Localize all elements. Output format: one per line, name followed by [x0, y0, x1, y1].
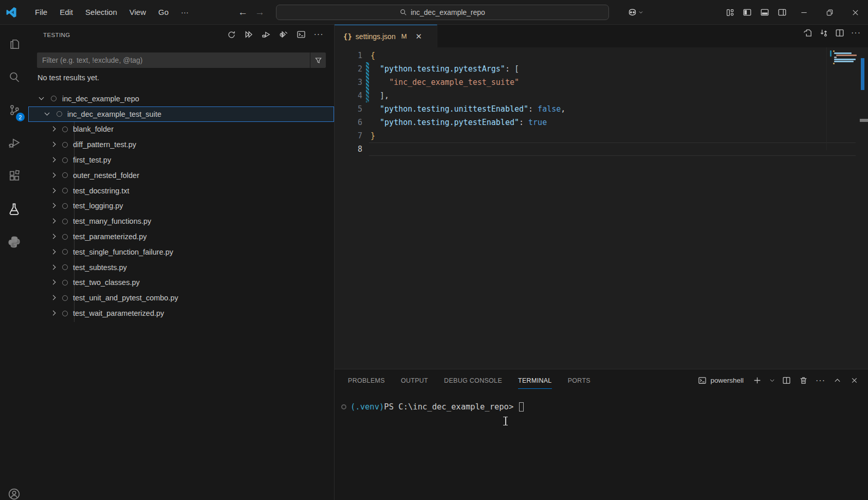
panel-tab-ports[interactable]: PORTS — [568, 369, 590, 391]
test-tree-item[interactable]: test_wait_parameterized.py — [28, 306, 334, 321]
toggle-secondary-sidebar-button[interactable] — [773, 5, 791, 20]
more-actions-button[interactable]: ··· — [312, 28, 325, 41]
copilot-menu[interactable] — [627, 7, 644, 18]
code-line[interactable]: "python.testing.pytestArgs": [ — [371, 62, 565, 76]
code-editor[interactable]: 12345678 { "python.testing.pytestArgs": … — [335, 47, 868, 369]
customize-layout-button[interactable] — [721, 5, 738, 20]
testing-icon[interactable] — [0, 197, 28, 221]
terminal-area[interactable]: (.venv) PS C:\inc_dec_example_repo> — [335, 391, 868, 500]
panel-more-actions-button[interactable]: ··· — [814, 374, 827, 387]
kill-terminal-button[interactable] — [797, 374, 810, 387]
code-line[interactable] — [371, 142, 565, 156]
chevron-right-icon[interactable] — [49, 217, 57, 225]
menu-go[interactable]: Go — [153, 6, 174, 19]
code-line[interactable]: ], — [371, 89, 565, 102]
test-tree-item[interactable]: blank_folder — [28, 122, 334, 137]
restore-button[interactable] — [817, 1, 842, 25]
panel-tab-problems[interactable]: PROBLEMS — [348, 369, 385, 391]
compare-changes-button[interactable] — [819, 28, 828, 38]
chevron-right-icon[interactable] — [49, 171, 57, 180]
chevron-right-icon[interactable] — [49, 278, 57, 287]
command-center-search[interactable]: inc_dec_example_repo — [276, 5, 609, 20]
terminal-shell-chip[interactable]: powershell — [698, 376, 744, 385]
panel-tab-debug-console[interactable]: DEBUG CONSOLE — [444, 369, 502, 391]
panel-actions: powershell ··· — [698, 369, 861, 391]
open-changes-button[interactable] — [803, 28, 812, 38]
chevron-right-icon[interactable] — [49, 140, 57, 149]
ibeam-mouse-cursor — [503, 417, 508, 425]
toggle-primary-sidebar-button[interactable] — [738, 5, 756, 20]
chevron-down-icon — [638, 9, 644, 15]
show-test-output-button[interactable] — [295, 28, 307, 41]
copilot-icon — [627, 7, 638, 18]
refresh-tests-button[interactable] — [225, 28, 237, 41]
editor-more-actions-button[interactable]: ··· — [851, 28, 861, 38]
test-tree-item[interactable]: test_single_function_failure.py — [28, 244, 334, 260]
code-line[interactable]: "python.testing.unittestEnabled": false, — [371, 102, 565, 116]
chevron-down-icon[interactable] — [43, 110, 51, 118]
maximize-panel-button[interactable] — [831, 374, 844, 387]
test-tree-item[interactable]: diff_pattern_test.py — [28, 137, 334, 152]
debug-all-tests-button[interactable] — [260, 28, 272, 41]
chevron-right-icon[interactable] — [49, 294, 57, 302]
chevron-right-icon[interactable] — [49, 233, 57, 241]
navigate-forward-icon[interactable]: → — [255, 7, 265, 18]
search-icon[interactable] — [0, 65, 28, 90]
test-tree-item[interactable]: test_unit_and_pytest_combo.py — [28, 290, 334, 306]
accounts-icon[interactable] — [0, 481, 28, 500]
run-tests-with-coverage-button[interactable] — [278, 28, 290, 41]
menu-file[interactable]: File — [30, 6, 52, 19]
new-terminal-button[interactable] — [751, 374, 764, 387]
menu-edit[interactable]: Edit — [54, 6, 78, 19]
run-and-debug-icon[interactable] — [0, 131, 28, 155]
test-tree-item[interactable]: inc_dec_example_test_suite — [28, 106, 334, 122]
test-tree-item[interactable]: first_test.py — [28, 152, 334, 168]
panel-tab-output[interactable]: OUTPUT — [401, 369, 428, 391]
split-terminal-button[interactable] — [780, 374, 793, 387]
command-decoration-icon[interactable] — [341, 404, 346, 409]
menu-overflow[interactable]: ··· — [176, 6, 194, 19]
test-tree-item[interactable]: outer_nested_folder — [28, 168, 334, 183]
panel-tab-terminal[interactable]: TERMINAL — [518, 369, 552, 391]
minimize-button[interactable] — [791, 1, 817, 25]
chevron-right-icon[interactable] — [49, 263, 57, 272]
filter-icon[interactable] — [310, 52, 326, 68]
test-tree-item[interactable]: inc_dec_example_repo — [28, 91, 334, 106]
menu-selection[interactable]: Selection — [80, 6, 122, 19]
toggle-panel-button[interactable] — [756, 5, 773, 20]
close-window-button[interactable] — [842, 1, 868, 25]
tab-settings-json[interactable]: {} settings.json M ✕ — [335, 25, 437, 47]
terminal-picker-chevron-icon[interactable] — [768, 374, 776, 387]
chevron-right-icon[interactable] — [49, 125, 57, 133]
overview-ruler[interactable] — [863, 47, 868, 369]
navigate-back-icon[interactable]: ← — [238, 7, 248, 18]
tab-close-icon[interactable]: ✕ — [416, 32, 422, 41]
close-panel-button[interactable] — [848, 374, 861, 387]
chevron-right-icon[interactable] — [49, 202, 57, 210]
menu-view[interactable]: View — [124, 6, 151, 19]
test-tree-item[interactable]: test_many_functions.py — [28, 213, 334, 229]
explorer-icon[interactable] — [0, 32, 28, 57]
extensions-icon[interactable] — [0, 164, 28, 188]
code-line[interactable]: { — [371, 49, 565, 62]
run-all-tests-button[interactable] — [243, 28, 255, 41]
test-tree-item[interactable]: test_logging.py — [28, 199, 334, 214]
chevron-right-icon[interactable] — [49, 187, 57, 195]
test-filter-input[interactable] — [37, 52, 310, 68]
source-control-icon[interactable]: 2 — [0, 98, 28, 122]
chevron-right-icon[interactable] — [49, 309, 57, 317]
python-icon[interactable] — [0, 229, 28, 254]
test-tree-item[interactable]: test_parameterized.py — [28, 229, 334, 244]
code-line[interactable]: } — [371, 129, 565, 142]
minimap[interactable] — [830, 48, 860, 110]
test-tree-item[interactable]: test_two_classes.py — [28, 275, 334, 291]
code-line[interactable]: "python.testing.pytestEnabled": true — [371, 116, 565, 129]
chevron-right-icon[interactable] — [49, 248, 57, 256]
test-tree-item[interactable]: test_docstring.txt — [28, 183, 334, 199]
chevron-right-icon[interactable] — [49, 156, 57, 164]
split-editor-button[interactable] — [835, 28, 844, 38]
code-line[interactable]: "inc_dec_example_test_suite" — [371, 76, 565, 89]
menu-bar: FileEditSelectionViewGo··· — [30, 6, 194, 19]
test-tree-item[interactable]: test_subtests.py — [28, 260, 334, 275]
chevron-down-icon[interactable] — [38, 95, 46, 103]
